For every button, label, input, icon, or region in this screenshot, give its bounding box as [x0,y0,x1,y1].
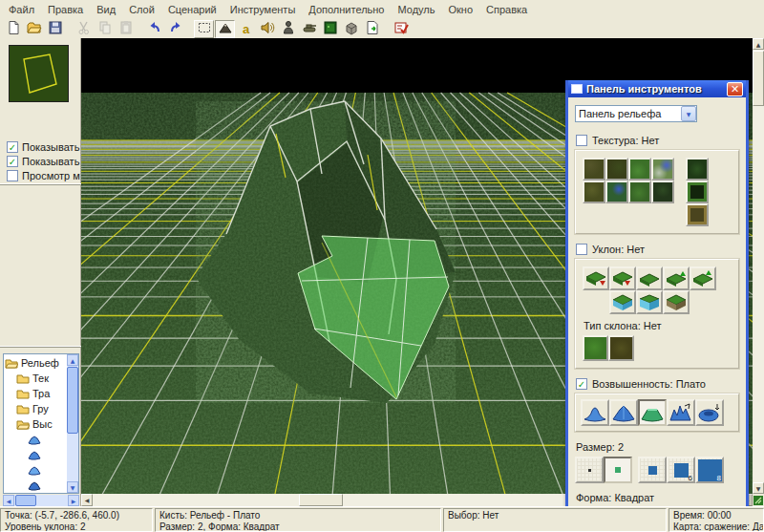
cut-button[interactable] [74,20,94,38]
texture-swatch-framed-1[interactable] [686,181,709,203]
tree-vertical-scrollbar[interactable]: ▲ ▼ [67,354,78,493]
units-mode-button[interactable] [278,20,298,38]
checkbox-show-2[interactable]: ✓ Показывать [7,156,81,167]
plateau-button[interactable] [638,399,667,426]
hill-smooth-button[interactable] [581,399,609,426]
slope-type-dirt-swatch[interactable] [608,335,634,361]
menu-scenario[interactable]: Сценарий [161,2,223,17]
objects-mode-button[interactable] [341,20,361,38]
menu-module[interactable]: Модуль [391,2,441,17]
slope-raise-diag-button[interactable] [690,266,716,290]
copy-button[interactable] [95,20,115,38]
scroll-left-button[interactable]: ◀ [3,495,14,506]
slope-raise-button[interactable] [663,266,690,290]
tree-horizontal-scrollbar[interactable]: ◀ ▶ [3,495,79,506]
menu-window[interactable]: Окно [441,2,479,17]
texture-swatch-7[interactable] [628,181,651,203]
tree-item-elevation-3[interactable] [5,462,67,478]
page-export-icon [365,20,380,37]
texture-swatch-5[interactable] [583,181,605,203]
tree-hscroll-thumb[interactable] [15,495,36,506]
size-8-button[interactable]: 8 [695,457,724,483]
save-button[interactable] [45,20,65,38]
viewport-vertical-scrollbar[interactable]: ▲ ▼ [753,38,764,494]
tree-item-elevation-2[interactable] [5,447,67,462]
tasks-check-button[interactable] [391,20,411,38]
slope-water-2-button[interactable] [636,290,663,314]
menu-tools[interactable]: Инструменты [223,2,303,17]
texture-swatch-6[interactable] [605,181,628,203]
tree-item-heights[interactable]: Выс [5,416,67,432]
corner-resize-icon[interactable] [753,494,764,506]
slope-type-grass-swatch[interactable] [583,335,608,361]
texture-swatch-9[interactable] [686,158,709,181]
new-button[interactable] [3,20,23,38]
hill-sharp-button[interactable] [609,399,638,426]
slope-lower-button[interactable] [609,266,636,290]
tree-item-elevation-1[interactable] [5,432,67,447]
texture-swatch-2[interactable] [605,158,628,181]
checkbox-show-1[interactable]: ✓ Показывать [7,141,81,153]
size-2-button[interactable] [604,457,632,483]
close-button[interactable]: ✕ [727,82,743,96]
slope-checkbox[interactable]: Уклон: Нет [576,244,739,255]
layers-tree[interactable]: Рельеф Тек Тра Гру Выс [3,353,79,494]
scroll-left-button[interactable]: ◀ [81,494,93,506]
elevation-checkbox[interactable]: ✓ Возвышенность: Плато [576,378,739,390]
slope-water-1-button[interactable] [609,290,636,314]
slope-lower-diag-button[interactable] [583,266,609,290]
mountain-icon [218,20,233,37]
tree-item-grass[interactable]: Тра [5,386,67,401]
sound-mode-button[interactable] [257,20,277,38]
paste-button[interactable] [116,20,136,38]
slope-type-label: Тип склона: Нет [584,320,732,331]
vertical-scroll-thumb[interactable] [753,51,764,106]
minimap[interactable] [9,45,69,102]
size-1-button[interactable] [575,457,604,483]
open-button[interactable] [24,20,44,38]
menu-view[interactable]: Вид [90,2,122,17]
texture-swatch-8[interactable] [651,181,674,203]
scroll-down-button[interactable]: ▼ [67,481,78,493]
menu-layer[interactable]: Слой [122,2,161,17]
tree-scroll-thumb[interactable] [67,367,78,434]
panel-mode-combobox[interactable]: Панель рельефа ▼ [575,105,697,122]
texture-swatch-4[interactable] [651,158,674,181]
slope-flat-button[interactable] [636,266,663,290]
slope-group: Тип склона: Нет [575,259,739,369]
texture-checkbox[interactable]: Текстура: Нет [576,135,739,146]
texture-swatch-3[interactable] [628,158,651,181]
slope-rock-button[interactable] [663,290,690,314]
tree-item-elevation-4[interactable] [5,478,67,492]
tree-item-ground[interactable]: Гру [5,401,67,416]
minimap-mode-button[interactable] [320,20,340,38]
text-mode-button[interactable]: a [236,20,256,38]
checkbox-preview[interactable]: Просмотр м [7,170,81,181]
undo-button[interactable] [144,20,164,38]
menu-edit[interactable]: Правка [41,2,90,17]
checkbox-label: Показывать [22,141,79,153]
tool-panel-titlebar[interactable]: Панель инструментов ✕ [568,80,746,97]
tree-item-relief[interactable]: Рельеф [5,355,67,371]
terrain-mode-button[interactable] [215,20,235,38]
folder-icon [16,372,30,384]
scroll-right-button[interactable]: ▶ [68,495,79,506]
redo-button[interactable] [165,20,185,38]
export-button[interactable] [362,20,382,38]
scroll-up-button[interactable]: ▲ [67,354,78,366]
texture-swatch-1[interactable] [583,158,605,181]
menu-extra[interactable]: Дополнительно [302,2,391,17]
scroll-up-button[interactable]: ▲ [753,38,764,50]
menu-help[interactable]: Справка [479,2,534,17]
horizontal-scroll-thumb[interactable] [299,494,343,506]
peaks-button[interactable] [667,399,695,426]
size-6-button[interactable]: 6 [667,457,695,483]
menu-file[interactable]: Файл [2,2,41,17]
texture-swatch-framed-2[interactable] [686,203,709,226]
marquee-select-button[interactable] [194,20,214,38]
crater-button[interactable] [695,399,724,426]
scroll-down-button[interactable]: ▼ [753,482,764,494]
tree-item-textures[interactable]: Тек [5,371,67,386]
size-4-button[interactable] [638,457,667,483]
vehicles-mode-button[interactable] [299,20,319,38]
